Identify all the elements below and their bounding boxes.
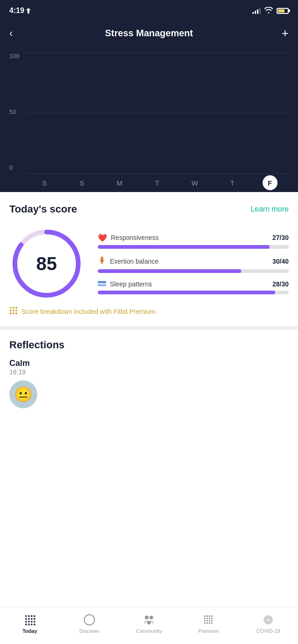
- svg-point-31: [84, 615, 95, 625]
- svg-point-39: [204, 617, 206, 619]
- bottom-navigation: Today Discover Community: [0, 607, 298, 644]
- chart-y-labels: 100 50 0: [9, 53, 20, 173]
- reflections-section: Reflections Calm 16:19 😐: [0, 330, 298, 418]
- svg-point-49: [206, 622, 208, 624]
- svg-point-24: [34, 615, 35, 617]
- nav-discover[interactable]: Discover: [60, 613, 119, 634]
- back-button[interactable]: ‹: [9, 27, 23, 40]
- svg-point-19: [28, 618, 30, 620]
- bar-row-responsiveness: ❤️ Responsiveness 27/30: [98, 233, 289, 249]
- svg-point-47: [211, 620, 213, 622]
- svg-point-23: [31, 621, 33, 623]
- community-label: Community: [136, 628, 162, 634]
- nav-premium[interactable]: Premium: [179, 613, 238, 634]
- bar-row-exertion: Exertion balance 30/40: [98, 256, 289, 273]
- reflection-name: Calm: [9, 359, 289, 368]
- add-button[interactable]: +: [275, 26, 289, 40]
- svg-point-28: [28, 624, 30, 625]
- responsiveness-label: Responsiveness: [111, 234, 159, 241]
- stress-chart: 100 50 0: [9, 53, 289, 192]
- community-icon: [142, 613, 156, 626]
- exertion-icon: [98, 256, 106, 266]
- today-label: Today: [22, 628, 37, 634]
- svg-point-7: [13, 307, 14, 309]
- y-label-50: 50: [9, 108, 20, 115]
- premium-note-text: Score breakdown included with Fitbit Pre…: [21, 308, 156, 315]
- x-label-s2: S: [63, 179, 101, 187]
- svg-point-46: [211, 617, 213, 619]
- chart-section: 100 50 0: [0, 48, 298, 192]
- svg-point-6: [10, 307, 12, 309]
- discover-label: Discover: [80, 628, 100, 634]
- svg-point-21: [25, 621, 27, 623]
- score-number: 85: [36, 253, 57, 274]
- svg-point-9: [10, 310, 12, 312]
- covid-label: COVID-19: [257, 628, 280, 634]
- svg-point-45: [211, 615, 213, 617]
- discover-icon: [83, 613, 96, 626]
- svg-point-16: [28, 615, 30, 617]
- covid-icon: +: [262, 613, 275, 626]
- sleep-label: Sleep patterns: [110, 280, 152, 288]
- svg-point-37: [206, 615, 208, 617]
- x-label-t2: T: [214, 179, 251, 187]
- x-label-m: M: [101, 179, 138, 187]
- exertion-bar-track: [98, 269, 289, 273]
- svg-point-10: [13, 310, 14, 312]
- score-header: Today's score Learn more: [9, 203, 289, 215]
- chart-bars: 85: [26, 53, 289, 173]
- nav-community[interactable]: Community: [119, 613, 179, 634]
- section-divider: [0, 326, 298, 330]
- svg-point-29: [31, 624, 33, 625]
- chart-x-labels: S S M T W T F: [26, 173, 289, 192]
- battery-icon: [277, 8, 289, 14]
- svg-point-42: [204, 620, 206, 622]
- svg-point-27: [25, 624, 27, 625]
- sleep-bar-track: [98, 291, 289, 294]
- reflection-item: Calm 16:19 😐: [9, 359, 289, 408]
- score-content: 85 ❤️ Responsiveness 27/30: [9, 226, 289, 301]
- reflections-title: Reflections: [9, 339, 289, 351]
- svg-point-50: [209, 622, 210, 624]
- page-header: ‹ Stress Management +: [0, 20, 298, 48]
- status-time: 4:19: [9, 7, 31, 15]
- svg-point-30: [34, 624, 35, 625]
- location-icon: [26, 8, 31, 13]
- svg-point-40: [206, 617, 208, 619]
- svg-point-41: [209, 617, 210, 619]
- svg-point-25: [34, 618, 35, 620]
- svg-text:+: +: [267, 617, 270, 623]
- svg-point-20: [31, 618, 33, 620]
- svg-point-15: [25, 615, 27, 617]
- responsiveness-value: 27/30: [272, 234, 289, 241]
- wifi-icon: [264, 7, 273, 15]
- responsiveness-icon: ❤️: [98, 233, 107, 242]
- svg-rect-3: [101, 261, 103, 264]
- svg-point-8: [15, 307, 17, 309]
- status-right: [252, 7, 289, 15]
- nav-today[interactable]: Today: [0, 613, 60, 634]
- score-section: Today's score Learn more 85: [0, 192, 298, 326]
- svg-point-17: [31, 615, 33, 617]
- score-title: Today's score: [9, 203, 77, 215]
- svg-point-2: [101, 256, 103, 259]
- responsiveness-bar-track: [98, 245, 289, 249]
- sleep-icon: [98, 280, 106, 288]
- svg-point-22: [28, 621, 30, 623]
- learn-more-button[interactable]: Learn more: [251, 205, 289, 213]
- premium-icon: [202, 613, 215, 626]
- sleep-value: 28/30: [272, 280, 289, 288]
- svg-rect-5: [98, 284, 106, 286]
- y-label-0: 0: [9, 164, 20, 171]
- svg-point-18: [25, 618, 27, 620]
- svg-point-51: [211, 622, 213, 624]
- nav-covid[interactable]: + COVID-19: [238, 613, 298, 634]
- svg-point-14: [15, 312, 17, 314]
- svg-point-44: [209, 620, 210, 622]
- reflection-emoji: 😐: [9, 380, 37, 408]
- exertion-label: Exertion balance: [110, 258, 158, 265]
- signal-icon: [252, 7, 261, 14]
- bar-value-label: 85: [258, 162, 282, 169]
- premium-icon: [9, 306, 18, 317]
- svg-point-48: [204, 622, 206, 624]
